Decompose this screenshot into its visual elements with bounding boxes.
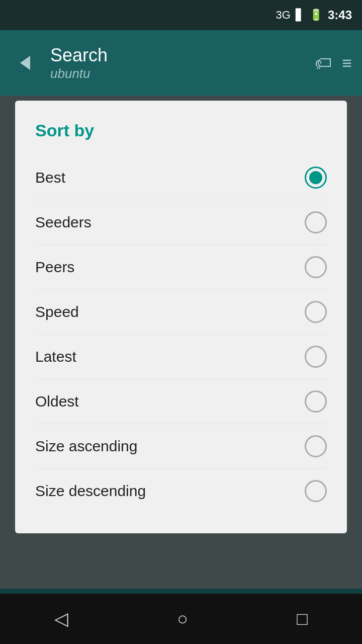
radio-label-size-desc: Size descending <box>35 482 146 500</box>
nav-recent-icon[interactable]: □ <box>297 608 308 629</box>
radio-label-oldest: Oldest <box>35 393 79 410</box>
radio-option-size-asc[interactable]: Size ascending <box>35 424 327 469</box>
radio-circle-best <box>305 167 327 189</box>
radio-label-size-asc: Size ascending <box>35 438 137 455</box>
app-subtitle: ubuntu <box>50 66 315 82</box>
back-button[interactable] <box>10 48 40 78</box>
signal-bars-icon: ▋ <box>296 9 304 22</box>
page-wrapper: 3G ▋ 🔋 3:43 Search ubuntu 🏷 ≡ ALL <box>0 0 362 644</box>
radio-circle-latest <box>305 346 327 368</box>
nav-back-icon[interactable]: ◁ <box>54 608 68 629</box>
radio-label-latest: Latest <box>35 348 76 365</box>
app-bar-actions: 🏷 ≡ <box>315 53 352 73</box>
radio-label-speed: Speed <box>35 303 79 320</box>
status-bar: 3G ▋ 🔋 3:43 <box>0 0 362 30</box>
radio-circle-peers <box>305 256 327 278</box>
radio-option-size-desc[interactable]: Size descending <box>35 469 327 513</box>
dialog-overlay: Sort by Best Seeders Peers <box>0 96 362 594</box>
tag-icon[interactable]: 🏷 <box>315 53 332 73</box>
radio-circle-speed <box>305 301 327 323</box>
back-arrow-icon <box>20 56 30 70</box>
bg-content: ALL Size 823.1 MB Seeds 143 Leechers 2 <box>0 96 362 594</box>
radio-circle-size-desc <box>305 480 327 502</box>
radio-inner-best <box>309 171 322 184</box>
radio-label-peers: Peers <box>35 259 74 276</box>
battery-icon: 🔋 <box>309 9 323 22</box>
radio-circle-seeders <box>305 211 327 233</box>
dialog-title: Sort by <box>35 121 327 140</box>
sort-dialog: Sort by Best Seeders Peers <box>15 101 347 533</box>
nav-home-icon[interactable]: ○ <box>177 608 188 629</box>
radio-label-seeders: Seeders <box>35 214 92 231</box>
signal-icon: 3G <box>276 9 291 22</box>
radio-option-peers[interactable]: Peers <box>35 245 327 290</box>
radio-circle-oldest <box>305 390 327 413</box>
radio-option-latest[interactable]: Latest <box>35 335 327 379</box>
radio-option-seeders[interactable]: Seeders <box>35 200 327 245</box>
app-bar-title: Search ubuntu <box>40 44 315 82</box>
radio-option-best[interactable]: Best <box>35 155 327 200</box>
nav-bar: ◁ ○ □ <box>0 594 362 644</box>
radio-option-speed[interactable]: Speed <box>35 290 327 335</box>
sort-icon[interactable]: ≡ <box>342 53 352 73</box>
app-bar: Search ubuntu 🏷 ≡ <box>0 30 362 96</box>
app-title: Search <box>50 44 315 66</box>
radio-circle-size-asc <box>305 435 327 457</box>
radio-option-oldest[interactable]: Oldest <box>35 379 327 424</box>
radio-label-best: Best <box>35 169 65 186</box>
main-area: ALL Size 823.1 MB Seeds 143 Leechers 2 <box>0 96 362 594</box>
clock: 3:43 <box>328 8 352 22</box>
